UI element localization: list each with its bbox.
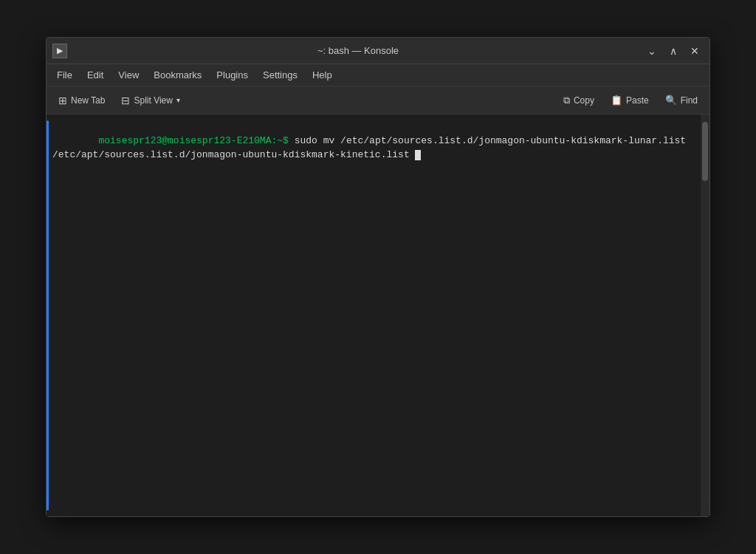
terminal-cursor <box>415 150 421 160</box>
app-icon: ▶ <box>52 44 67 58</box>
menu-plugins[interactable]: Plugins <box>209 66 255 83</box>
menu-help[interactable]: Help <box>305 66 340 83</box>
app-icon-label: ▶ <box>57 47 63 55</box>
terminal-line-1: moisespr123@moisespr123-E210MA:~$ sudo m… <box>52 119 695 177</box>
blue-accent-line <box>47 120 49 510</box>
toolbar: ⊞ New Tab ⊟ Split View ▾ ⧉ Copy 📋 Paste … <box>47 86 709 114</box>
paste-button[interactable]: 📋 Paste <box>603 92 656 109</box>
menu-edit[interactable]: Edit <box>80 66 111 83</box>
find-button[interactable]: 🔍 Find <box>658 92 705 109</box>
paste-icon: 📋 <box>611 95 622 106</box>
find-label: Find <box>681 95 698 106</box>
prompt-user: moisespr123@moisespr123-E210MA:~$ <box>98 135 288 146</box>
new-tab-label: New Tab <box>71 95 105 106</box>
minimize-button[interactable]: ⌄ <box>643 44 661 58</box>
menu-settings[interactable]: Settings <box>255 66 305 83</box>
maximize-button[interactable]: ∧ <box>665 44 681 58</box>
split-view-chevron-icon: ▾ <box>176 96 180 104</box>
titlebar: ▶ ~: bash — Konsole ⌄ ∧ ✕ <box>47 38 709 64</box>
copy-icon: ⧉ <box>563 95 570 106</box>
find-icon: 🔍 <box>665 95 677 106</box>
menu-bookmarks[interactable]: Bookmarks <box>146 66 209 83</box>
split-view-label: Split View <box>134 95 172 106</box>
close-button[interactable]: ✕ <box>686 44 704 58</box>
new-tab-button[interactable]: ⊞ New Tab <box>51 92 112 109</box>
terminal-container: moisespr123@moisespr123-E210MA:~$ sudo m… <box>47 114 709 516</box>
prompt-arrow <box>289 135 295 146</box>
scrollbar-thumb[interactable] <box>702 122 708 181</box>
menu-view[interactable]: View <box>111 66 146 83</box>
window-title: ~: bash — Konsole <box>73 45 643 56</box>
toolbar-right: ⧉ Copy 📋 Paste 🔍 Find <box>556 92 705 109</box>
split-view-icon: ⊟ <box>121 95 130 106</box>
window-controls: ⌄ ∧ ✕ <box>643 44 704 58</box>
konsole-window: ▶ ~: bash — Konsole ⌄ ∧ ✕ File Edit View… <box>46 37 710 517</box>
paste-label: Paste <box>626 95 649 106</box>
menubar: File Edit View Bookmarks Plugins Setting… <box>47 64 709 86</box>
copy-button[interactable]: ⧉ Copy <box>556 92 602 109</box>
menu-file[interactable]: File <box>49 66 80 83</box>
copy-label: Copy <box>574 95 594 106</box>
scrollbar[interactable] <box>701 114 709 516</box>
terminal[interactable]: moisespr123@moisespr123-E210MA:~$ sudo m… <box>47 114 701 516</box>
new-tab-icon: ⊞ <box>58 95 67 106</box>
split-view-button[interactable]: ⊟ Split View ▾ <box>114 92 187 109</box>
